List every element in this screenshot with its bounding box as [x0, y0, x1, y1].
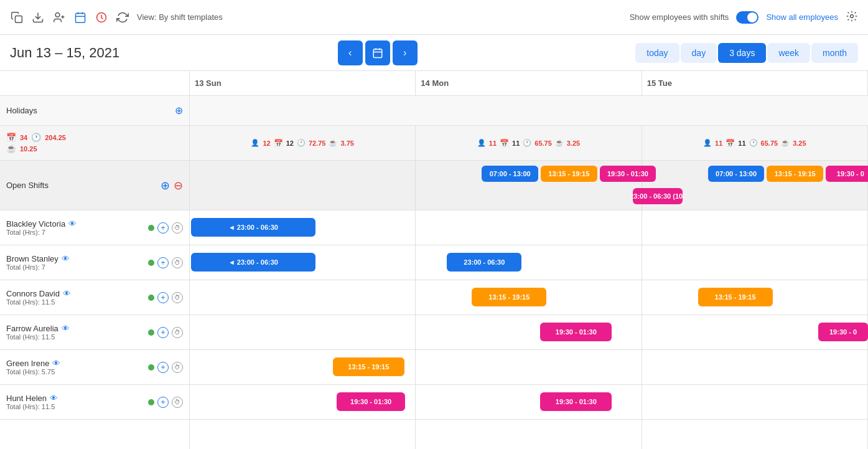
date-range: Jun 13 – 15, 2021: [10, 45, 119, 61]
show-employees-toggle[interactable]: [736, 11, 758, 24]
blackley-eye-icon[interactable]: 👁: [68, 219, 77, 229]
open-shifts-label-text: Open Shifts: [6, 181, 49, 190]
view-switcher: today day 3 days week month: [635, 43, 858, 63]
view-week-button[interactable]: week: [767, 43, 810, 63]
blackley-add-icon[interactable]: +: [157, 222, 169, 234]
brown-clock-icon[interactable]: ⏱: [172, 257, 183, 268]
farrow-grid-row[interactable]: 19:30 - 01:30 19:30 - 0: [190, 315, 868, 350]
open-shifts-remove-icon[interactable]: ⊖: [174, 179, 183, 192]
brown-shift-mon[interactable]: 23:00 - 06:30: [447, 253, 521, 272]
brown-shift-sun[interactable]: ◄ 23:00 - 06:30: [191, 253, 315, 272]
mon-cal-icon: 📅: [500, 139, 509, 148]
hunt-grid-row[interactable]: 19:30 - 01:30 19:30 - 01:30: [190, 385, 868, 420]
green-grid-row[interactable]: 13:15 - 19:15: [190, 350, 868, 385]
add-user-icon[interactable]: [52, 11, 66, 24]
green-status-dot: [148, 364, 154, 371]
view-day-button[interactable]: day: [681, 43, 717, 63]
connors-clock-icon[interactable]: ⏱: [172, 292, 183, 303]
green-eye-icon[interactable]: 👁: [52, 359, 60, 368]
hunt-add-icon[interactable]: +: [157, 397, 169, 408]
hunt-shift-mon[interactable]: 19:30 - 01:30: [540, 392, 612, 411]
farrow-shift-tue[interactable]: 19:30 - 0: [818, 323, 868, 341]
brown-eye-icon[interactable]: 👁: [62, 254, 70, 263]
view-month-button[interactable]: month: [811, 43, 858, 63]
header-left-empty: [0, 71, 190, 95]
view-3days-button[interactable]: 3 days: [718, 43, 766, 63]
open-shift-block[interactable]: 13:15 - 19:15: [767, 166, 823, 182]
connors-status-dot: [148, 295, 154, 301]
hunt-eye-icon[interactable]: 👁: [50, 394, 58, 403]
holidays-globe-icon[interactable]: ⊕: [175, 105, 183, 116]
hunt-clock-icon[interactable]: ⏱: [172, 397, 183, 408]
open-shift-block[interactable]: 23:00 - 06:30 (10): [633, 188, 683, 204]
view-today-button[interactable]: today: [635, 43, 679, 63]
brown-name: Brown Stanley: [6, 254, 58, 263]
farrow-shift-mon[interactable]: 19:30 - 01:30: [540, 323, 612, 341]
connors-grid-row[interactable]: 13:15 - 19:15 13:15 - 19:15: [190, 280, 868, 315]
download-icon[interactable]: [31, 11, 45, 24]
farrow-name: Farrow Aurelia: [6, 324, 58, 333]
sun-coffee-icon: ☕: [329, 139, 337, 147]
connors-shift-mon[interactable]: 13:15 - 19:15: [472, 288, 546, 306]
open-shift-block[interactable]: 19:30 - 01:30: [600, 166, 656, 182]
open-shift-block[interactable]: 07:00 - 13:00: [482, 166, 538, 182]
employee-row-farrow: Farrow Aurelia 👁 Total (Hrs): 11.5 + ⏱: [0, 315, 189, 350]
tue-people-icon: 👤: [703, 139, 712, 147]
tue-coffee-icon: ☕: [781, 139, 790, 147]
farrow-eye-icon[interactable]: 👁: [62, 324, 70, 333]
open-shift-block[interactable]: 13:15 - 19:15: [541, 166, 597, 182]
summary-row-label: 📅 34 🕐 204.25 ☕ 10.25: [0, 126, 189, 161]
green-total: Total (Hrs): 5.75: [6, 368, 60, 376]
brown-add-icon[interactable]: +: [157, 257, 169, 268]
hunt-status-dot: [148, 399, 154, 405]
day-header-mon: 14 Mon: [416, 71, 642, 95]
sun-coffee-val: 3.75: [340, 139, 353, 147]
prev-button[interactable]: ‹: [338, 40, 363, 65]
connors-total: Total (Hrs): 11.5: [6, 298, 71, 306]
tue-clock-val: 65.75: [761, 139, 778, 147]
open-shift-block[interactable]: 07:00 - 13:00: [708, 166, 765, 182]
hunt-shift-sun[interactable]: 19:30 - 01:30: [337, 392, 405, 411]
connors-add-icon[interactable]: +: [157, 292, 169, 303]
farrow-status-dot: [148, 329, 154, 336]
mon-coffee-icon: ☕: [555, 139, 564, 147]
green-shift-sun[interactable]: 13:15 - 19:15: [333, 357, 404, 376]
sun-clock-val: 72.75: [309, 139, 326, 147]
calendar-picker-button[interactable]: [365, 40, 390, 65]
green-clock-icon[interactable]: ⏱: [172, 362, 183, 373]
blackley-clock-icon[interactable]: ⏱: [172, 222, 183, 234]
summary-cal-icon: 📅: [6, 133, 16, 142]
show-all-link[interactable]: Show all employees: [766, 12, 838, 22]
open-shifts-add-icon[interactable]: ⊕: [161, 179, 170, 192]
tue-clock-icon: 🕐: [749, 139, 758, 147]
green-name: Green Irene: [6, 359, 49, 368]
open-shift-block[interactable]: 19:30 - 0: [826, 166, 868, 182]
next-button[interactable]: ›: [393, 40, 418, 65]
farrow-total: Total (Hrs): 11.5: [6, 333, 70, 341]
time-icon[interactable]: [95, 11, 108, 24]
employee-row-brown: Brown Stanley 👁 Total (Hrs): 7 + ⏱: [0, 245, 189, 280]
sun-people-icon: 👤: [251, 139, 259, 147]
summary-hours: 204.25: [45, 134, 66, 141]
connors-name: Connors David: [6, 289, 60, 298]
farrow-add-icon[interactable]: +: [157, 327, 169, 338]
connors-shift-tue[interactable]: 13:15 - 19:15: [698, 288, 773, 306]
green-add-icon[interactable]: +: [157, 362, 169, 373]
mon-coffee-val: 3.25: [567, 139, 580, 147]
tue-coffee-val: 3.25: [793, 139, 806, 147]
employee-row-hunt: Hunt Helen 👁 Total (Hrs): 11.5 + ⏱: [0, 385, 189, 420]
refresh-icon[interactable]: [116, 11, 129, 24]
svg-point-9: [851, 15, 854, 18]
connors-eye-icon[interactable]: 👁: [63, 289, 71, 298]
copy-icon[interactable]: [10, 11, 24, 24]
farrow-clock-icon[interactable]: ⏱: [172, 327, 183, 338]
blackley-shift-sun[interactable]: ◄ 23:00 - 06:30: [191, 218, 315, 237]
open-shifts-row-label: Open Shifts ⊕ ⊖: [0, 161, 189, 210]
brown-grid-row[interactable]: ◄ 23:00 - 06:30 23:00 - 06:30: [190, 245, 868, 280]
hunt-total: Total (Hrs): 11.5: [6, 403, 58, 410]
calendar-icon[interactable]: [73, 11, 87, 24]
mon-clock-icon: 🕐: [523, 139, 531, 147]
settings-icon[interactable]: [846, 10, 858, 24]
sun-cal-count: 12: [286, 139, 294, 147]
blackley-grid-row[interactable]: ◄ 23:00 - 06:30: [190, 210, 868, 245]
